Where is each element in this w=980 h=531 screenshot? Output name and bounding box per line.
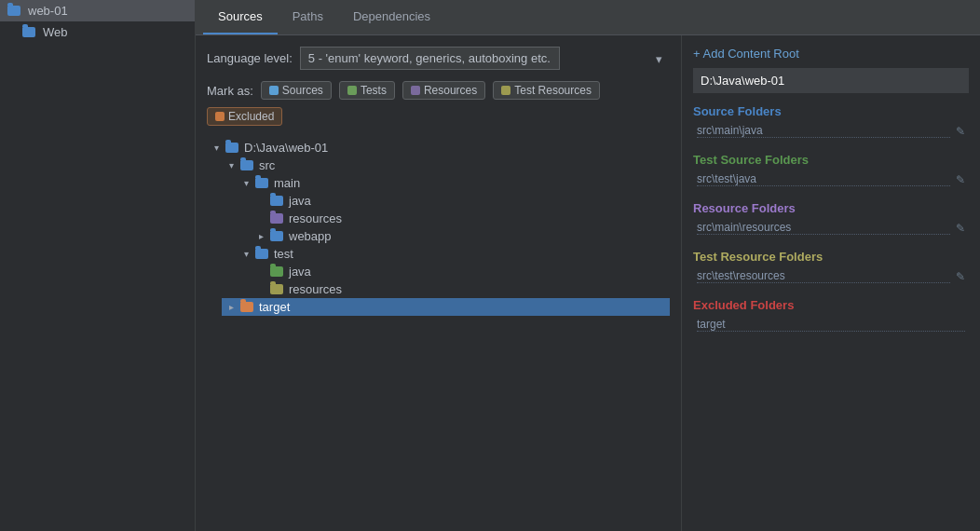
language-level-select-wrapper: 5 - 'enum' keyword, generics, autoboxing…	[300, 47, 670, 70]
mark-as-row: Mark as: Sources Tests Resources Test Re…	[207, 81, 670, 126]
excluded-folders-title: Excluded Folders	[693, 298, 969, 312]
tabs-bar: Sources Paths Dependencies	[196, 0, 980, 35]
tests-dot	[347, 86, 357, 95]
tab-sources[interactable]: Sources	[203, 0, 278, 34]
resource-folders-path-row: src\main\resources ✎	[693, 219, 969, 237]
sources-dot	[269, 86, 279, 95]
tree-node-src[interactable]: src	[222, 157, 670, 174]
resource-folders-path: src\main\resources	[697, 221, 950, 235]
mark-excluded-label: Excluded	[228, 110, 274, 123]
excluded-folders-path: target	[697, 318, 965, 332]
resources-dot	[411, 86, 420, 95]
test-chevron	[240, 249, 252, 260]
main-content: Sources Paths Dependencies Language leve…	[196, 0, 980, 531]
mark-test-resources-button[interactable]: Test Resources	[493, 81, 600, 100]
test-resource-folders-title: Test Resource Folders	[693, 250, 969, 264]
mark-resources-label: Resources	[424, 84, 477, 97]
tree-node-resources[interactable]: resources	[252, 210, 670, 227]
test-resource-folders-path: src\test\resources	[697, 269, 950, 283]
tree-node-java[interactable]: java	[252, 192, 670, 210]
test-source-folders-path-row: src\test\java ✎	[693, 170, 969, 188]
right-panel: + Add Content Root D:\Java\web-01 Source…	[682, 35, 980, 531]
mark-test-resources-label: Test Resources	[514, 84, 592, 97]
resource-folders-title: Resource Folders	[693, 201, 969, 215]
test-resources-label: resources	[289, 282, 342, 296]
language-level-select[interactable]: 5 - 'enum' keyword, generics, autoboxing…	[300, 47, 560, 70]
src-chevron	[225, 160, 237, 171]
source-folders-section: Source Folders src\main\java ✎	[693, 104, 969, 140]
resource-folders-section: Resource Folders src\main\resources ✎	[693, 201, 969, 237]
source-folders-edit-icon[interactable]: ✎	[956, 125, 965, 138]
content-area: Language level: 5 - 'enum' keyword, gene…	[196, 35, 980, 531]
file-tree: D:\Java\web-01 src main	[207, 139, 670, 316]
add-content-root-button[interactable]: + Add Content Root	[693, 47, 969, 61]
tree-node-test[interactable]: test	[237, 245, 670, 263]
root-label: D:\Java\web-01	[244, 141, 328, 155]
main-label: main	[274, 176, 300, 190]
source-folders-path: src\main\java	[697, 124, 950, 138]
excluded-folders-section: Excluded Folders target	[693, 298, 969, 334]
resources-folder-icon	[270, 213, 283, 224]
webapp-label: webapp	[289, 229, 332, 243]
test-java-folder-icon	[270, 266, 283, 277]
test-resource-folders-edit-icon[interactable]: ✎	[956, 270, 965, 283]
src-children: main java resources	[222, 174, 670, 298]
add-content-root-label: + Add Content Root	[693, 47, 799, 61]
java-label: java	[289, 194, 311, 208]
mark-sources-button[interactable]: Sources	[261, 81, 332, 100]
root-folder-icon	[225, 143, 238, 153]
target-label: target	[259, 300, 290, 314]
mark-excluded-button[interactable]: Excluded	[207, 107, 282, 126]
sidebar-item-web01[interactable]: web-01	[0, 0, 195, 21]
webapp-folder-icon	[270, 231, 283, 241]
test-source-folders-title: Test Source Folders	[693, 153, 969, 167]
webapp-chevron	[255, 231, 266, 242]
main-chevron	[240, 178, 252, 189]
main-children: java resources webapp	[237, 192, 670, 245]
test-folder-icon	[255, 249, 268, 259]
test-source-folders-section: Test Source Folders src\test\java ✎	[693, 153, 969, 188]
root-chevron	[211, 143, 222, 154]
web-folder-icon	[22, 27, 35, 37]
language-level-label: Language level:	[207, 51, 293, 65]
test-java-label: java	[289, 265, 311, 279]
test-resource-folders-section: Test Resource Folders src\test\resources…	[693, 250, 969, 285]
resources-label: resources	[289, 211, 342, 225]
tree-node-target[interactable]: target	[222, 298, 670, 316]
target-chevron	[225, 302, 237, 313]
content-root-path: D:\Java\web-01	[693, 68, 969, 93]
language-level-row: Language level: 5 - 'enum' keyword, gene…	[207, 47, 670, 70]
sidebar-item-web[interactable]: Web	[0, 21, 195, 43]
test-children: java resources	[237, 263, 670, 298]
mark-sources-label: Sources	[282, 84, 323, 97]
mark-tests-label: Tests	[361, 84, 387, 97]
src-label: src	[259, 158, 275, 172]
test-resource-folders-path-row: src\test\resources ✎	[693, 267, 969, 285]
test-resources-folder-icon	[270, 284, 283, 294]
root-children: src main java	[207, 157, 670, 316]
tree-node-test-java[interactable]: java	[252, 263, 670, 280]
tab-paths[interactable]: Paths	[278, 0, 338, 34]
tree-node-webapp[interactable]: webapp	[252, 227, 670, 245]
test-label: test	[274, 247, 293, 261]
tree-node-main[interactable]: main	[237, 174, 670, 192]
sidebar-item-label: web-01	[28, 4, 68, 18]
java-folder-icon	[270, 196, 283, 206]
excluded-folders-path-row: target	[693, 316, 969, 334]
main-folder-icon	[255, 178, 268, 188]
test-source-folders-edit-icon[interactable]: ✎	[956, 173, 965, 186]
tree-node-root[interactable]: D:\Java\web-01	[207, 139, 670, 157]
mark-as-label: Mark as:	[207, 84, 253, 98]
source-folders-title: Source Folders	[693, 104, 969, 118]
mark-resources-button[interactable]: Resources	[402, 81, 485, 100]
tree-node-test-resources[interactable]: resources	[252, 280, 670, 298]
resource-folders-edit-icon[interactable]: ✎	[956, 222, 965, 235]
tab-dependencies[interactable]: Dependencies	[338, 0, 445, 34]
target-folder-icon	[240, 302, 253, 312]
sidebar: web-01 Web	[0, 0, 196, 531]
test-source-folders-path: src\test\java	[697, 172, 950, 186]
sidebar-item-web-label: Web	[43, 25, 68, 39]
src-folder-icon	[240, 160, 253, 170]
source-folders-path-row: src\main\java ✎	[693, 122, 969, 140]
mark-tests-button[interactable]: Tests	[339, 81, 395, 100]
